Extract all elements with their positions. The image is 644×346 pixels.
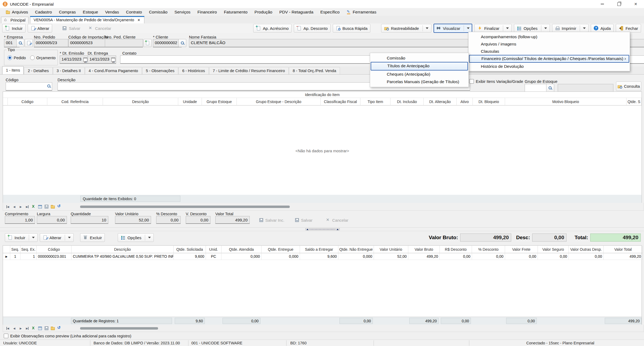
table-row[interactable]: ▶110000000023.001CUMMEIRA TP 40/980 GALV… <box>3 253 642 260</box>
nav-last-icon[interactable]: ▶ <box>24 204 30 209</box>
splitter-handle[interactable] <box>305 228 340 230</box>
financeiro-submenu-item[interactable]: Comissão <box>370 54 468 62</box>
toolbar-finalizar-button[interactable]: Finalizar <box>474 24 512 33</box>
page-tab-6[interactable]: 6 - Históricos <box>178 67 209 74</box>
visualizar-menu-item[interactable]: Histórico de Devolução <box>468 63 630 70</box>
items-column-header[interactable]: Motivo Bloqueio <box>505 98 627 105</box>
toolbar-rastreabilidade-button[interactable]: Rastreabilidade <box>381 24 431 33</box>
nav-grid-icon[interactable] <box>37 326 43 331</box>
items-column-header[interactable]: Unidade <box>178 98 202 105</box>
close-button[interactable]: ✕ <box>627 0 644 8</box>
visualizar-menu-item[interactable]: Financeiro (Comissão/ Títulos de Antecip… <box>469 55 629 63</box>
toolbar-fechar-button[interactable]: Fechar <box>616 24 641 33</box>
empresa-lookup-button[interactable] <box>16 39 24 47</box>
page-tab-8[interactable]: 8 - Total Orç./Ped. Venda <box>289 67 340 74</box>
page-tab-2[interactable]: 2 - Detalhes <box>24 67 52 74</box>
detail-column-header[interactable]: Qtde. Atendida <box>221 246 262 253</box>
toolbar-visualizar-button[interactable]: Visualizar <box>434 24 473 33</box>
page-tab-7[interactable]: 7 - Limite de Crédito / Resumo Financeir… <box>209 67 289 74</box>
detail-column-header[interactable]: Valor Bruto <box>408 246 440 253</box>
nro-ped-cliente-field[interactable] <box>105 39 143 47</box>
horizontal-splitter[interactable] <box>0 227 644 231</box>
menubar-item-cadastro[interactable]: Cadastro <box>31 8 55 16</box>
chevron-down-icon[interactable] <box>32 237 35 238</box>
chevron-down-icon[interactable] <box>583 27 586 29</box>
observacoes-preview-checkbox[interactable]: Exibir Observações como preview (Linha a… <box>4 334 131 338</box>
nav-next-icon[interactable]: ▶ <box>18 204 23 209</box>
detail-toolbar-incluir-button[interactable]: Incluir <box>5 233 38 242</box>
financeiro-submenu-item[interactable]: Títulos de Antecipação <box>371 62 468 70</box>
tab-close-icon[interactable]: ✕ <box>137 18 141 22</box>
consulta-button[interactable]: Consulta <box>616 82 641 91</box>
menubar-item-pdv-retaguarda[interactable]: PDV - Retaguarda <box>276 8 317 16</box>
chevron-down-icon[interactable] <box>506 27 509 29</box>
detail-column-header[interactable]: Valor Frete <box>505 246 538 253</box>
nav-refresh-icon[interactable] <box>57 326 62 331</box>
nav-last-icon[interactable]: ▶ <box>24 326 30 331</box>
page-tab-1[interactable]: 1 - Itens <box>2 66 24 74</box>
measures-cancelar-button[interactable]: Cancelar <box>324 216 350 224</box>
tab-ven0005a[interactable]: VEN0005A - Manutenção de Pedido de Venda… <box>30 16 144 24</box>
detail-hscrollbar-thumb[interactable] <box>80 327 158 330</box>
chevron-down-icon[interactable] <box>148 237 151 238</box>
page-tab-5[interactable]: 5 - Observações <box>142 67 178 74</box>
toolbar-ap-desconto-button[interactable]: Ap. Desconto <box>294 24 331 33</box>
detail-column-header[interactable]: Saldo a Entregar <box>300 246 338 253</box>
detail-column-header[interactable]: % Desconto <box>472 246 505 253</box>
nav-export-x-icon[interactable] <box>31 326 36 331</box>
detail-column-header[interactable]: Qtde. Solicitada <box>174 246 206 253</box>
nav-first-icon[interactable]: ◀ <box>5 326 10 331</box>
items-column-header[interactable]: Qtde. S <box>627 98 642 105</box>
nav-open-folder-icon[interactable] <box>50 204 56 209</box>
menubar-item-arquivos[interactable]: Arquivos <box>2 8 31 16</box>
menubar-item-vendas[interactable]: Vendas <box>102 8 123 16</box>
chevron-down-icon[interactable] <box>544 27 547 29</box>
toolbar-ajuda-button[interactable]: Ajuda <box>591 24 614 33</box>
toolbar-ap-acr-scimo-button[interactable]: Ap. Acréscimo <box>253 24 292 33</box>
visualizar-menu-item[interactable]: Acompanhamentos (follow-up) <box>468 33 630 40</box>
cliente-lookup-button[interactable] <box>178 39 186 47</box>
menubar-item-produ-o[interactable]: Produção <box>251 8 276 16</box>
nro-pedido-field[interactable]: 0000005/23 <box>34 39 68 47</box>
visualizar-menu-item[interactable]: Arquivos / imagens <box>468 40 630 48</box>
items-column-header[interactable]: Dt. Alteração <box>424 98 457 105</box>
chevron-down-icon[interactable] <box>426 27 428 29</box>
nav-save-icon[interactable] <box>44 326 49 331</box>
tab-principal[interactable]: Principal <box>1 17 28 23</box>
nav-export-x-icon[interactable] <box>31 204 36 209</box>
toolbar-op-es-button[interactable]: Opções <box>514 24 550 33</box>
calendar-icon[interactable] <box>111 57 116 62</box>
measures-salvar-inc--button[interactable]: Salvar Inc. <box>257 216 287 224</box>
items-column-header[interactable]: Dt. Inclusão <box>391 98 424 105</box>
codigo-importacao-field[interactable]: 0000000523 <box>68 39 105 47</box>
items-column-header[interactable]: Classificação Fiscal <box>321 98 360 105</box>
items-column-header[interactable]: Cod. Referência <box>47 98 103 105</box>
detail-toolbar-alterar-button[interactable]: Alterar <box>40 233 74 242</box>
calendar-icon[interactable] <box>83 57 88 62</box>
financeiro-submenu-item[interactable]: Cheques (Antecipação) <box>370 70 468 78</box>
items-column-header[interactable]: Descrição <box>103 98 178 105</box>
nav-previous-icon[interactable]: ◀ <box>12 204 17 209</box>
page-tab-4[interactable]: 4 - Cond./Forma Pagamento <box>85 67 142 74</box>
radio-pedido[interactable]: Pedido <box>8 55 26 60</box>
menubar-item-faturamento[interactable]: Faturamento <box>220 8 251 16</box>
toolbar-cancelar-button[interactable]: Cancelar <box>85 24 114 33</box>
measure-field[interactable]: 10 <box>71 216 108 224</box>
measure-field[interactable]: 0,00 <box>156 216 181 224</box>
detail-column-header[interactable]: Código <box>37 246 71 253</box>
detail-column-header[interactable]: Seq. Ex. <box>20 246 37 253</box>
edit-order-button[interactable] <box>25 39 33 47</box>
items-column-header[interactable]: Código <box>8 98 47 105</box>
search-icon[interactable] <box>46 84 51 89</box>
menubar-item-estoque[interactable]: Estoque <box>79 8 102 16</box>
menubar-item-contrato[interactable]: Contrato <box>123 8 145 16</box>
detail-column-header[interactable]: Qtde. Não Entregue <box>338 246 374 253</box>
page-tab-3[interactable]: 3 - Detalhes II <box>53 67 85 74</box>
nav-first-icon[interactable]: ◀ <box>5 204 10 209</box>
items-column-header[interactable]: Tipo Item <box>360 98 391 105</box>
visualizar-menu-item[interactable]: Clausulas <box>468 48 630 55</box>
nav-open-folder-icon[interactable] <box>50 326 56 331</box>
menubar-item-ferramentas[interactable]: Ferramentas <box>343 8 380 16</box>
dt-emissao-field[interactable]: 14/11/2023 <box>60 55 88 64</box>
detail-column-header[interactable]: Valor Unitário <box>374 246 408 253</box>
